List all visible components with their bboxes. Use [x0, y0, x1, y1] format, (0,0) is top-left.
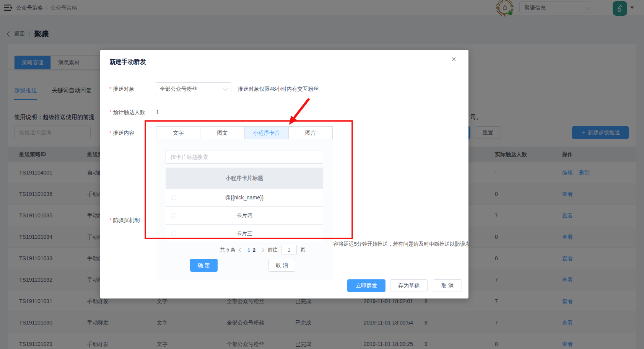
card-row[interactable]: 卡片三	[166, 224, 323, 242]
required-asterisk: *	[109, 130, 111, 136]
modal-cancel-button[interactable]: 取 消	[433, 279, 462, 292]
page-list: 12	[246, 247, 257, 253]
page-number[interactable]: 2	[252, 247, 257, 253]
card-title: 卡片三	[236, 230, 252, 236]
card-title-search-input[interactable]	[166, 150, 323, 164]
page-number[interactable]: 1	[246, 247, 252, 253]
field-label-audience: *推送对象	[109, 82, 134, 95]
push-content-widget: 文字图文小程序卡片图片 小程序卡片标题 @{{nick_name}} 卡片四	[156, 126, 333, 280]
radio-button[interactable]	[171, 213, 176, 218]
field-label-content: *推送内容	[109, 126, 134, 139]
close-icon[interactable]: ×	[451, 55, 456, 64]
save-draft-button[interactable]: 存为草稿	[390, 279, 428, 292]
radio-button[interactable]	[171, 195, 176, 200]
content-type-tab[interactable]: 文字	[156, 127, 200, 139]
pagination-total: 共 5 条	[220, 246, 235, 253]
cancel-button[interactable]: 取 消	[268, 259, 295, 272]
audience-select-value: 全部公众号粉丝	[160, 86, 197, 92]
card-title: @{{nick_name}}	[225, 194, 264, 201]
required-asterisk: *	[109, 86, 111, 92]
goto-page-input[interactable]	[281, 245, 297, 255]
radio-button[interactable]	[171, 231, 176, 236]
confirm-button[interactable]: 确 定	[190, 259, 218, 272]
modal-title: 新建手动群发	[109, 58, 146, 66]
field-label-anti-harass: *防骚扰机制	[109, 214, 140, 227]
content-type-tabs: 文字图文小程序卡片图片	[156, 126, 333, 139]
next-page-icon[interactable]	[260, 248, 264, 252]
send-now-button[interactable]: 立即群发	[347, 279, 385, 292]
audience-select[interactable]: 全部公众号粉丝	[155, 82, 231, 95]
content-type-tab[interactable]: 图文	[200, 127, 244, 139]
content-type-tab[interactable]: 图片	[289, 127, 332, 139]
card-row[interactable]: @{{nick_name}}	[166, 188, 323, 206]
prev-page-icon[interactable]	[239, 248, 243, 252]
pagination: 共 5 条 12 前往 页	[174, 245, 351, 255]
audience-note: 推送对象仅限48小时内有交互粉丝	[238, 82, 319, 95]
goto-unit: 页	[301, 246, 306, 253]
content-type-tab[interactable]: 小程序卡片	[245, 127, 289, 139]
card-row[interactable]: 卡片四	[166, 206, 323, 224]
estimated-count-value: 1	[156, 106, 159, 118]
goto-label: 前往	[268, 246, 278, 253]
create-manual-send-modal: 新建手动群发 × *推送对象 全部公众号粉丝 推送对象仅限48小时内有交互粉丝 …	[100, 50, 468, 298]
required-asterisk: *	[109, 109, 111, 115]
card-table-body: @{{nick_name}} 卡片四 卡片三	[166, 188, 323, 242]
required-asterisk: *	[109, 217, 111, 223]
chevron-down-icon	[223, 86, 228, 91]
field-label-estimated: *预计触达人数	[109, 106, 145, 118]
card-table: 小程序卡片标题 @{{nick_name}} 卡片四 卡片	[166, 168, 323, 242]
delay-tip-text: 内容将延迟5分钟开始推送，若有问题请及时中断推送以防误发	[328, 240, 481, 248]
card-title: 卡片四	[236, 212, 252, 219]
card-table-header: 小程序卡片标题	[166, 168, 323, 188]
